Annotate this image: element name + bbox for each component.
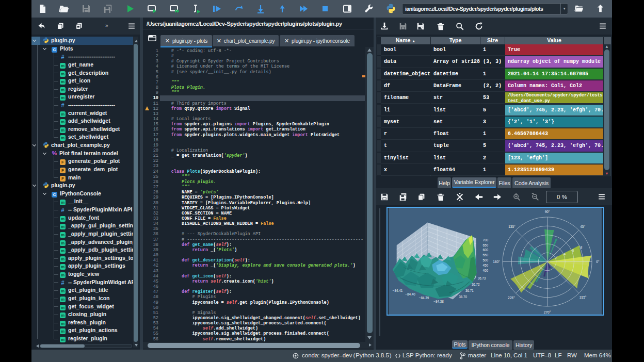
svg-text:4: 4: [564, 252, 566, 256]
svg-text:6: 6: [572, 249, 574, 252]
svg-text:−84.41: −84.41: [393, 289, 403, 292]
svg-text:−84.38: −84.38: [433, 300, 444, 303]
svg-text:180°: 180°: [493, 260, 500, 264]
svg-text:450: 450: [482, 264, 488, 267]
svg-text:135°: 135°: [508, 225, 516, 228]
svg-text:36.73: 36.73: [478, 276, 486, 280]
svg-text:700: 700: [482, 238, 488, 242]
svg-text:650: 650: [482, 243, 488, 247]
svg-text:2: 2: [556, 255, 558, 259]
svg-text:270°: 270°: [544, 310, 551, 314]
svg-text:315°: 315°: [579, 295, 587, 299]
svg-text:36.70: 36.70: [459, 295, 467, 299]
svg-text:0°: 0°: [596, 260, 600, 264]
svg-text:45°: 45°: [580, 225, 585, 228]
svg-text:225°: 225°: [508, 296, 515, 300]
svg-text:−84.39: −84.39: [419, 296, 429, 300]
svg-text:400: 400: [482, 269, 488, 272]
svg-text:600: 600: [482, 248, 488, 252]
svg-text:90°: 90°: [545, 210, 550, 213]
svg-text:8: 8: [581, 245, 583, 249]
svg-text:550: 550: [482, 253, 488, 257]
svg-text:−84.40: −84.40: [405, 292, 415, 296]
svg-text:500: 500: [482, 258, 488, 262]
svg-text:36.71: 36.71: [465, 289, 474, 292]
svg-text:36.72: 36.72: [472, 283, 480, 286]
